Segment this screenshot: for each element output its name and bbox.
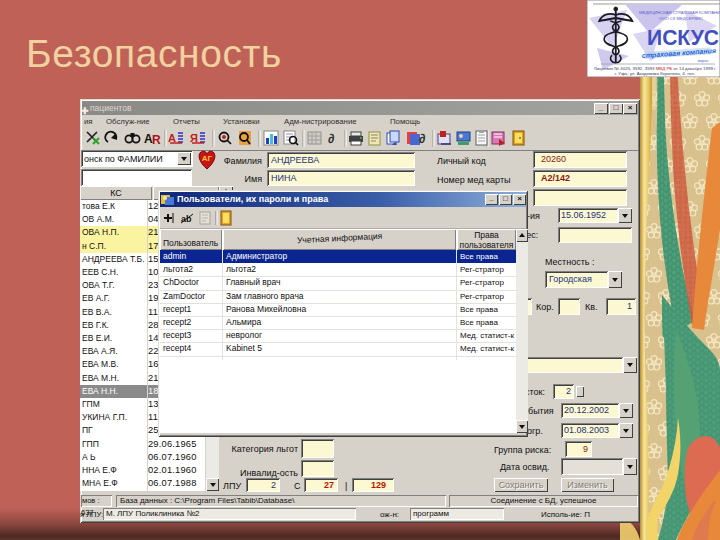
svg-text:марка: марка xyxy=(698,59,710,63)
svg-text:Я: Я xyxy=(190,132,198,144)
svg-text:А: А xyxy=(168,132,176,144)
svg-text:ИСКУС: ИСКУС xyxy=(647,25,719,50)
svg-text:∂: ∂ xyxy=(419,131,425,146)
svg-text:г. Уфа, ул. Академика Королева: г. Уфа, ул. Академика Королева, 4. тел. xyxy=(615,71,695,76)
svg-text:АГ: АГ xyxy=(202,154,213,163)
svg-text:ООО СК МЕДСЕРВИС: ООО СК МЕДСЕРВИС xyxy=(659,16,703,21)
svg-text:R: R xyxy=(152,133,161,147)
svg-text:∂: ∂ xyxy=(328,131,334,146)
svg-text:МЕДИЦИНСКАЯ СТРАХОВАЯ КОМПАНИЯ: МЕДИЦИНСКАЯ СТРАХОВАЯ КОМПАНИЯ xyxy=(639,10,720,15)
